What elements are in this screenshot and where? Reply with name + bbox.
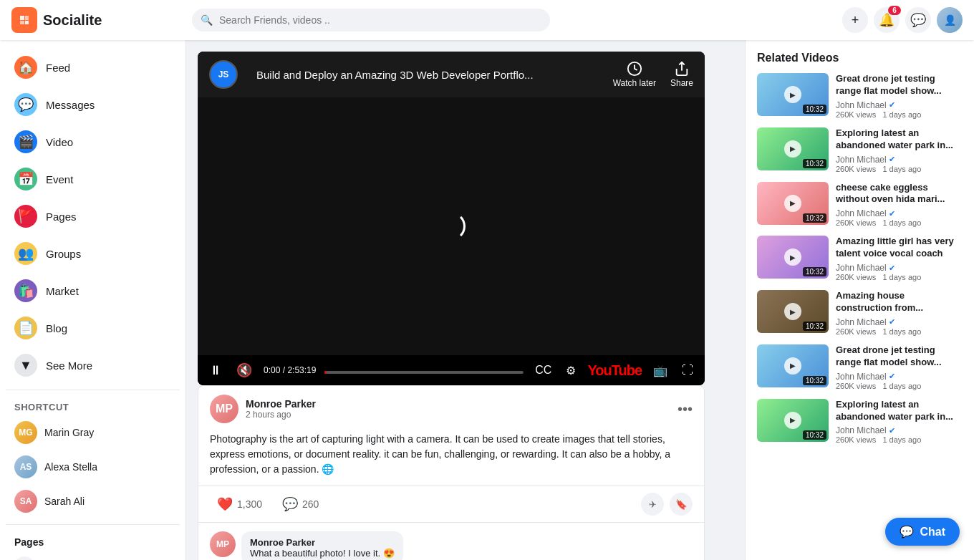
search-icon: 🔍 xyxy=(201,14,213,26)
related-thumb-1: ▶ 10:32 xyxy=(757,73,829,116)
duration-1: 10:32 xyxy=(803,105,826,114)
verified-icon-5: ✔ xyxy=(889,317,895,327)
post-timestamp: 2 hours ago xyxy=(246,410,316,420)
play-icon-2: ▶ xyxy=(784,140,801,158)
play-icon-5: ▶ xyxy=(784,303,801,320)
settings-button[interactable]: ⚙ xyxy=(563,361,579,380)
svg-rect-1 xyxy=(324,371,524,374)
verified-icon-3: ✔ xyxy=(889,209,895,218)
related-video-1[interactable]: ▶ 10:32 Great drone jet testing range fl… xyxy=(757,73,963,119)
duration-4: 10:32 xyxy=(803,267,826,276)
search-bar[interactable]: 🔍 xyxy=(192,9,550,32)
related-thumb-3: ▶ 10:32 xyxy=(757,182,829,225)
play-icon-6: ▶ xyxy=(784,357,801,375)
user-avatar[interactable]: 👤 xyxy=(937,7,963,33)
video-header: JS Build and Deploy an Amazing 3D Web De… xyxy=(198,52,705,97)
related-video-5[interactable]: ▶ 10:32 Amazing house construction from.… xyxy=(757,290,963,336)
related-video-2[interactable]: ▶ 10:32 Exploring latest an abandoned wa… xyxy=(757,127,963,173)
duration-2: 10:32 xyxy=(803,159,826,168)
send-button[interactable]: ✈ xyxy=(641,493,664,516)
sidebar-item-messages[interactable]: 💬 Messages xyxy=(6,86,180,123)
post-author: MP Monroe Parker 2 hours ago xyxy=(210,395,316,423)
related-video-4[interactable]: ▶ 10:32 Amazing little girl has very tal… xyxy=(757,236,963,281)
like-button[interactable]: ❤️ 1,300 xyxy=(210,492,269,516)
post-author-avatar: MP xyxy=(210,395,238,423)
messages-button[interactable]: 💬 xyxy=(905,7,931,33)
sidebar-item-market[interactable]: 🛍️ Market xyxy=(6,272,180,309)
search-input[interactable] xyxy=(192,9,550,32)
video-screen[interactable] xyxy=(198,97,705,355)
feed-icon: 🏠 xyxy=(14,56,37,79)
comment-item: MP Monroe Parker What a beautiful photo!… xyxy=(210,531,693,560)
post-actions: ❤️ 1,300 💬 260 ✈ 🔖 xyxy=(198,486,704,522)
post-body: Photography is the art of capturing ligh… xyxy=(198,432,704,486)
sidebar-item-seemore[interactable]: ▼ See More xyxy=(6,347,180,384)
mute-button[interactable]: 🔇 xyxy=(233,359,255,381)
sidebar-item-video[interactable]: 🎬 Video xyxy=(6,123,180,160)
comment-button[interactable]: 💬 260 xyxy=(275,492,326,516)
comment-section: MP Monroe Parker What a beautiful photo!… xyxy=(198,522,704,560)
sidebar-item-pages[interactable]: 🚩 Pages xyxy=(6,198,180,235)
related-info-3: cheese cake eggless without oven hida ma… xyxy=(836,182,963,228)
related-info-7: Exploring latest an abandoned water park… xyxy=(836,399,963,445)
video-header-actions: Watch later Share xyxy=(613,61,693,88)
progress-track xyxy=(324,371,524,374)
related-video-6[interactable]: ▶ 10:32 Great drone jet testing range fl… xyxy=(757,344,963,390)
post-options-button[interactable]: ••• xyxy=(678,401,693,417)
youtube-logo: YouTube xyxy=(587,362,642,379)
post-card: MP Monroe Parker 2 hours ago ••• Photogr… xyxy=(198,385,705,560)
verified-icon-1: ✔ xyxy=(889,100,895,110)
comment-icon: 💬 xyxy=(282,496,298,512)
market-icon: 🛍️ xyxy=(14,279,37,302)
related-video-7[interactable]: ▶ 10:32 Exploring latest an abandoned wa… xyxy=(757,399,963,445)
sidebar-item-groups[interactable]: 👥 Groups xyxy=(6,235,180,272)
friend-item-alexa[interactable]: AS Alexa Stella xyxy=(6,450,180,484)
seemore-icon: ▼ xyxy=(14,354,37,377)
progress-bar[interactable] xyxy=(324,364,524,377)
related-thumb-2: ▶ 10:32 xyxy=(757,127,829,170)
share-icon xyxy=(674,61,690,77)
sidebar-item-setting[interactable]: ⚙️ Setting xyxy=(6,551,180,560)
video-title: Build and Deploy an Amazing 3D Web Devel… xyxy=(256,69,534,81)
video-controls: ⏸ 🔇 0:00 / 2:53:19 CC ⚙ YouTube 📺 xyxy=(198,355,705,385)
related-video-3[interactable]: ▶ 10:32 cheese cake eggless without oven… xyxy=(757,182,963,228)
friend-item-marin[interactable]: MG Marin Gray xyxy=(6,415,180,450)
pause-button[interactable]: ⏸ xyxy=(206,360,225,381)
duration-5: 10:32 xyxy=(803,322,826,331)
blog-icon: 📄 xyxy=(14,317,37,339)
app-name: Socialite xyxy=(43,12,102,29)
airplay-button[interactable]: 📺 xyxy=(650,361,670,380)
video-player-card: JS Build and Deploy an Amazing 3D Web De… xyxy=(198,52,705,385)
app-logo[interactable]: Socialite xyxy=(11,7,183,33)
clock-icon xyxy=(627,61,642,77)
comments-count: 260 xyxy=(302,498,319,510)
share-button[interactable]: Share xyxy=(670,61,693,88)
post-author-name: Monroe Parker xyxy=(246,398,316,410)
play-icon-3: ▶ xyxy=(784,195,801,212)
watch-later-button[interactable]: Watch later xyxy=(613,61,656,88)
chat-button[interactable]: 💬 Chat xyxy=(885,518,960,546)
play-icon-4: ▶ xyxy=(784,248,801,266)
groups-icon: 👥 xyxy=(14,242,37,265)
sidebar-item-blog[interactable]: 📄 Blog xyxy=(6,309,180,347)
svg-rect-2 xyxy=(324,371,327,374)
heart-icon: ❤️ xyxy=(217,496,233,512)
top-navigation: Socialite 🔍 + 🔔 6 💬 👤 xyxy=(0,0,974,40)
notifications-button[interactable]: 🔔 6 xyxy=(874,7,900,33)
fullscreen-button[interactable]: ⛶ xyxy=(679,361,696,380)
sidebar-item-event[interactable]: 📅 Event xyxy=(6,160,180,198)
topnav-actions: + 🔔 6 💬 👤 xyxy=(842,7,963,33)
bookmark-button[interactable]: 🔖 xyxy=(670,493,693,516)
captions-button[interactable]: CC xyxy=(532,361,554,380)
shortcut-section-title: Shortcut xyxy=(6,396,180,415)
friend-item-sarah[interactable]: SA Sarah Ali xyxy=(6,484,180,518)
friend-avatar-sarah: SA xyxy=(14,490,37,513)
related-thumb-7: ▶ 10:32 xyxy=(757,399,829,442)
play-icon-1: ▶ xyxy=(784,86,801,103)
video-icon: 🎬 xyxy=(14,130,37,153)
notification-badge: 6 xyxy=(888,6,901,15)
add-button[interactable]: + xyxy=(842,7,868,33)
sidebar-item-feed[interactable]: 🏠 Feed xyxy=(6,49,180,86)
page-layout: 🏠 Feed 💬 Messages 🎬 Video 📅 Event 🚩 Page… xyxy=(0,40,974,560)
pages-section-title: Pages xyxy=(6,531,180,551)
